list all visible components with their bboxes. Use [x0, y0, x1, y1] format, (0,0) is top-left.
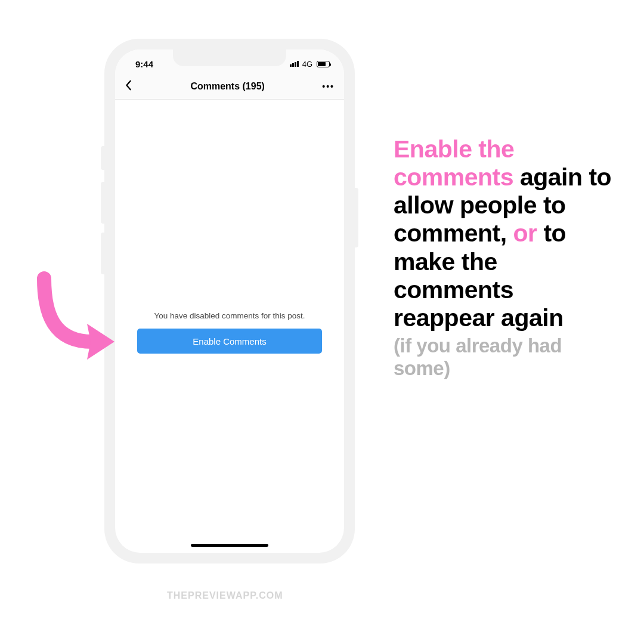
footer-watermark: THEPREVIEWAPP.COM: [167, 590, 283, 601]
phone-notch: [173, 49, 286, 66]
phone-silent-switch: [101, 146, 104, 170]
nav-header: Comments (195) •••: [115, 73, 344, 100]
phone-volume-down: [101, 233, 104, 274]
phone-volume-up: [101, 182, 104, 224]
enable-comments-button[interactable]: Enable Comments: [137, 329, 322, 354]
annotation-text: Enable the comments again to allow peopl…: [394, 135, 614, 380]
screen-content: You have disabled comments for this post…: [115, 100, 344, 553]
phone-mockup: 9:44 4G Comments (195) ••• You have disa…: [104, 39, 355, 564]
annotation-subtext: (if you already had some): [394, 335, 614, 380]
phone-power-button: [355, 188, 358, 247]
back-button[interactable]: [125, 80, 133, 93]
home-indicator[interactable]: [191, 544, 268, 547]
annotation-arrow-icon: [26, 271, 116, 373]
annotation-highlight-1: Enable the comments: [394, 135, 514, 191]
comments-disabled-message: You have disabled comments for this post…: [154, 311, 305, 320]
more-options-button[interactable]: •••: [322, 82, 335, 91]
page-title: Comments (195): [190, 81, 264, 92]
battery-icon: [317, 61, 330, 67]
cellular-signal-icon: [290, 61, 299, 67]
annotation-highlight-2: or: [513, 219, 537, 247]
status-right: 4G: [290, 60, 330, 69]
phone-screen: 9:44 4G Comments (195) ••• You have disa…: [115, 49, 344, 553]
status-time: 9:44: [135, 59, 153, 69]
network-label: 4G: [302, 60, 312, 69]
